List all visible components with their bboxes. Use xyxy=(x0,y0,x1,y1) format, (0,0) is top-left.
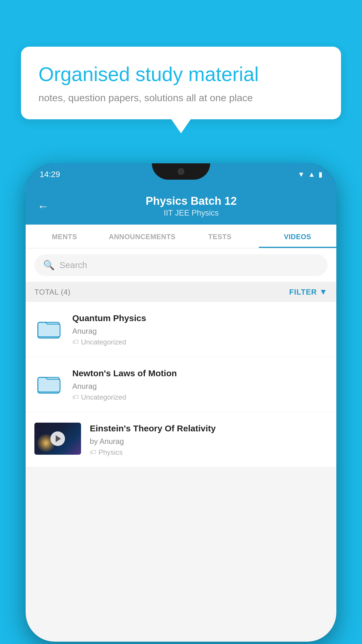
video-tag: 🏷 Uncategorized xyxy=(72,338,328,346)
play-icon xyxy=(56,435,61,442)
bubble-title: Organised study material xyxy=(38,62,324,86)
bubble-subtitle: notes, question papers, solutions all at… xyxy=(38,92,324,104)
video-list: Quantum Physics Anurag 🏷 Uncategorized xyxy=(26,302,336,467)
phone-notch xyxy=(152,163,210,180)
video-author: Anurag xyxy=(72,327,328,336)
batch-title: Physics Batch 12 xyxy=(58,195,325,207)
video-tag: 🏷 Physics xyxy=(90,448,328,456)
search-input[interactable]: Search xyxy=(59,260,87,270)
video-info: Newton's Laws of Motion Anurag 🏷 Uncateg… xyxy=(72,368,328,401)
tag-icon: 🏷 xyxy=(72,338,79,346)
tabs-bar: MENTS ANNOUNCEMENTS TESTS VIDEOS xyxy=(26,225,336,249)
folder-icon-container xyxy=(34,368,64,400)
list-item[interactable]: Einstein's Theory Of Relativity by Anura… xyxy=(26,412,336,467)
filter-icon: ▼ xyxy=(319,287,328,297)
status-time: 14:29 xyxy=(40,170,60,179)
tag-icon: 🏷 xyxy=(72,393,79,401)
tag-label: Uncategorized xyxy=(81,393,126,401)
video-title: Newton's Laws of Motion xyxy=(72,368,328,379)
filter-bar: TOTAL (4) FILTER ▼ xyxy=(26,282,336,302)
battery-icon: ▮ xyxy=(319,170,322,178)
video-author: by Anurag xyxy=(90,437,328,446)
tab-tests[interactable]: TESTS xyxy=(181,225,259,248)
tab-ments[interactable]: MENTS xyxy=(26,225,103,248)
front-camera xyxy=(178,168,184,175)
search-container: 🔍 Search xyxy=(26,249,336,282)
list-item[interactable]: Newton's Laws of Motion Anurag 🏷 Uncateg… xyxy=(26,357,336,412)
video-title: Quantum Physics xyxy=(72,312,328,324)
list-item[interactable]: Quantum Physics Anurag 🏷 Uncategorized xyxy=(26,302,336,357)
tag-label: Physics xyxy=(99,448,123,456)
app-screen: ← Physics Batch 12 IIT JEE Physics MENTS… xyxy=(26,186,336,642)
folder-icon-container xyxy=(34,312,64,344)
search-icon: 🔍 xyxy=(43,260,55,271)
tag-label: Uncategorized xyxy=(81,338,126,346)
video-title: Einstein's Theory Of Relativity xyxy=(90,423,328,434)
search-box[interactable]: 🔍 Search xyxy=(34,254,328,276)
signal-icon: ▲ xyxy=(308,170,315,178)
thumbnail-gradient xyxy=(34,423,81,455)
filter-button[interactable]: FILTER ▼ xyxy=(289,287,328,297)
filter-label: FILTER xyxy=(289,288,317,297)
video-thumbnail xyxy=(34,423,81,455)
speech-bubble: Organised study material notes, question… xyxy=(21,47,341,119)
video-author: Anurag xyxy=(72,382,328,391)
header-title-block: Physics Batch 12 IIT JEE Physics xyxy=(58,195,325,218)
app-header: ← Physics Batch 12 IIT JEE Physics xyxy=(26,186,336,225)
tab-videos[interactable]: VIDEOS xyxy=(259,225,337,248)
folder-icon xyxy=(37,372,61,395)
tag-icon: 🏷 xyxy=(90,449,96,456)
wifi-icon: ▼ xyxy=(298,170,305,178)
total-count: TOTAL (4) xyxy=(34,288,71,297)
batch-subtitle: IIT JEE Physics xyxy=(58,209,325,218)
phone-frame: 14:29 ▼ ▲ ▮ ← Physics Batch 12 IIT JEE P… xyxy=(26,163,336,642)
tab-announcements[interactable]: ANNOUNCEMENTS xyxy=(103,225,181,248)
status-icons: ▼ ▲ ▮ xyxy=(298,170,322,178)
video-info: Quantum Physics Anurag 🏷 Uncategorized xyxy=(72,312,328,346)
folder-icon xyxy=(37,317,61,340)
video-tag: 🏷 Uncategorized xyxy=(72,393,328,401)
play-button[interactable] xyxy=(50,431,65,446)
back-button[interactable]: ← xyxy=(37,200,49,213)
video-info: Einstein's Theory Of Relativity by Anura… xyxy=(90,423,328,456)
